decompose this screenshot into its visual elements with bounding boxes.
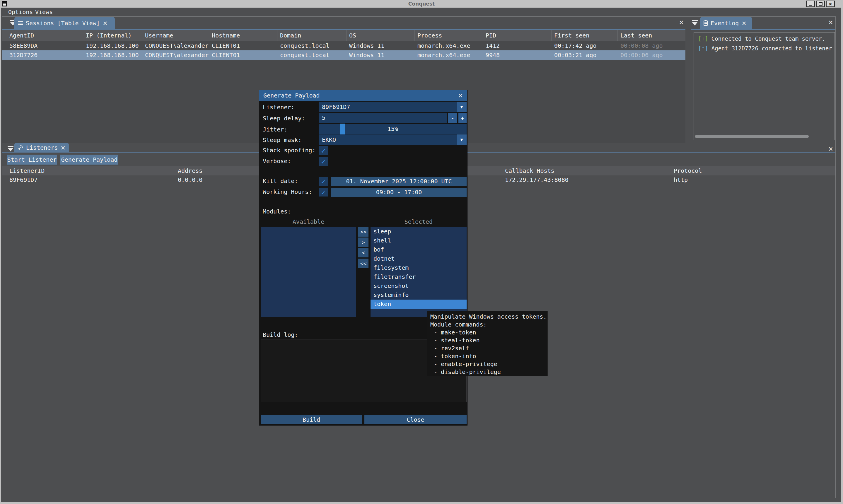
application-window: Conquest × Options Views Sessions [Table… <box>0 0 843 504</box>
tab-eventlog-close-icon[interactable]: × <box>742 19 746 27</box>
tab-listeners-close-icon[interactable]: × <box>61 144 65 151</box>
eventlog-collapse-arrow-icon[interactable] <box>691 20 698 26</box>
kill-date-checkbox[interactable]: ✓ <box>319 177 328 186</box>
column-header-ip[interactable]: IP (Internal) <box>86 30 132 41</box>
module-item[interactable]: sleep <box>371 227 467 236</box>
build-button[interactable]: Build <box>261 415 362 424</box>
selected-modules-list[interactable]: sleep shell bof dotnet filesystem filetr… <box>371 227 467 317</box>
column-header-callback-hosts[interactable]: Callback Hosts <box>505 166 555 176</box>
table-view-icon <box>18 21 23 25</box>
kill-date-field[interactable]: 01. November 2025 12:00:00 UTC <box>331 177 467 186</box>
verbose-checkbox[interactable]: ✓ <box>319 157 328 166</box>
column-header-agentid[interactable]: AgentID <box>10 30 34 41</box>
maximize-icon <box>819 2 823 5</box>
cell-first-seen: 00:03:21 ago <box>554 50 597 60</box>
cell-address: 0.0.0.0 <box>178 176 202 184</box>
tab-sessions-close-icon[interactable]: × <box>103 19 108 27</box>
sleep-mask-dropdown-arrow-icon[interactable]: ▼ <box>456 134 467 145</box>
window-titlebar[interactable]: Conquest × <box>0 0 843 7</box>
move-left-button[interactable]: < <box>358 248 369 257</box>
menu-item-views[interactable]: Views <box>34 8 54 16</box>
cell-hostname: CLIENT01 <box>212 41 240 50</box>
cell-pid: 1412 <box>486 41 500 50</box>
eventlog-horizontal-scrollbar[interactable] <box>695 135 809 138</box>
working-hours-checkbox[interactable]: ✓ <box>319 188 328 197</box>
status-prefix-success: [+] <box>698 35 708 42</box>
module-item[interactable]: dotnet <box>371 254 467 263</box>
column-header-username[interactable]: Username <box>145 30 173 41</box>
cell-username: CONQUEST\alexander <box>145 41 209 50</box>
listener-dropdown-arrow-icon[interactable]: ▼ <box>456 102 467 112</box>
column-header-address[interactable]: Address <box>178 166 202 176</box>
cell-os: Windows 11 <box>349 50 384 60</box>
module-item[interactable]: bof <box>371 245 467 254</box>
module-item[interactable]: systeminfo <box>371 290 467 300</box>
sleep-delay-input[interactable]: 5 <box>319 113 447 123</box>
cell-pid: 9948 <box>486 50 500 60</box>
session-row-selected[interactable]: 312D7726 192.168.168.100 CONQUEST\alexan… <box>2 50 685 60</box>
eventlog-panel-close-icon[interactable]: × <box>827 18 835 26</box>
sleep-delay-decrement-button[interactable]: - <box>448 113 457 123</box>
listener-select[interactable]: 89F691D7 ▼ <box>319 102 467 112</box>
column-header-pid[interactable]: PID <box>486 30 496 41</box>
stack-spoofing-checkbox[interactable]: ✓ <box>319 146 328 155</box>
menu-item-options[interactable]: Options <box>7 8 34 16</box>
column-header-listenerid[interactable]: ListenerID <box>10 166 44 176</box>
column-header-os[interactable]: OS <box>349 30 356 41</box>
tab-listeners[interactable]: Listeners × <box>14 143 69 152</box>
listener-selected-value: 89F691D7 <box>322 103 350 110</box>
tab-listeners-label: Listeners <box>26 144 58 151</box>
check-icon: ✓ <box>321 147 326 154</box>
tab-sessions[interactable]: Sessions [Table View] × <box>14 17 115 29</box>
working-hours-field[interactable]: 09:00 - 17:00 <box>331 188 467 197</box>
kill-date-label: Kill date: <box>263 178 298 184</box>
check-icon: ✓ <box>321 188 326 196</box>
maximize-button[interactable] <box>816 1 825 7</box>
cell-process: monarch.x64.exe <box>417 50 470 60</box>
listeners-panel-close-icon[interactable]: × <box>827 145 835 153</box>
sleep-mask-select[interactable]: EKKO ▼ <box>319 134 467 145</box>
eventlog-entry-text: Connected to Conquest team server. <box>708 35 825 42</box>
column-header-hostname[interactable]: Hostname <box>212 30 240 41</box>
module-item[interactable]: filesystem <box>371 263 467 272</box>
generate-payload-button[interactable]: Generate Payload <box>60 155 118 165</box>
module-tooltip: Manipulate Windows access tokens. Module… <box>427 311 548 376</box>
tooltip-line: - steal-token <box>430 337 544 344</box>
module-item[interactable]: filetransfer <box>371 272 467 282</box>
start-listener-button[interactable]: Start Listener <box>7 155 57 165</box>
module-item[interactable]: shell <box>371 236 467 245</box>
available-modules-list[interactable] <box>261 227 356 317</box>
listener-label: Listener: <box>263 104 294 111</box>
tab-eventlog[interactable]: Eventlog × <box>700 17 752 29</box>
move-all-left-button[interactable]: << <box>358 258 369 268</box>
session-row[interactable]: 58EE89DA 192.168.168.100 CONQUEST\alexan… <box>2 41 685 50</box>
close-button[interactable]: × <box>826 1 835 7</box>
build-log-label: Build log: <box>263 331 298 338</box>
cell-last-seen: 00:00:08 ago <box>621 41 663 50</box>
eventlog-output: [+] Connected to Conquest team server. [… <box>694 32 835 140</box>
move-all-right-button[interactable]: >> <box>358 227 369 237</box>
module-item-highlighted[interactable]: token <box>371 300 467 309</box>
eventlog-tab-underline <box>691 29 836 30</box>
column-header-protocol[interactable]: Protocol <box>674 166 702 176</box>
sessions-panel-close-icon[interactable]: × <box>677 18 685 26</box>
cell-protocol: http <box>674 176 688 184</box>
column-header-process[interactable]: Process <box>417 30 442 41</box>
column-header-first-seen[interactable]: First seen <box>554 30 589 41</box>
move-right-button[interactable]: > <box>358 237 369 247</box>
jitter-slider[interactable]: 15% <box>319 124 467 134</box>
module-item[interactable]: screenshot <box>371 282 467 290</box>
dialog-close-button[interactable]: Close <box>364 415 467 424</box>
listeners-collapse-arrow-icon[interactable] <box>7 146 14 152</box>
sleep-delay-increment-button[interactable]: + <box>459 113 467 123</box>
cell-process: monarch.x64.exe <box>417 41 470 50</box>
window-title: Conquest <box>0 1 843 7</box>
column-header-domain[interactable]: Domain <box>280 30 301 41</box>
menu-bar: Options Views <box>1 7 841 16</box>
window-frame-right <box>841 0 843 504</box>
dialog-titlebar[interactable]: Generate Payload <box>259 90 467 101</box>
cell-domain: conquest.local <box>280 50 329 60</box>
column-header-last-seen[interactable]: Last seen <box>621 30 652 41</box>
dialog-close-icon[interactable]: × <box>456 90 465 101</box>
minimize-button[interactable] <box>806 1 815 7</box>
